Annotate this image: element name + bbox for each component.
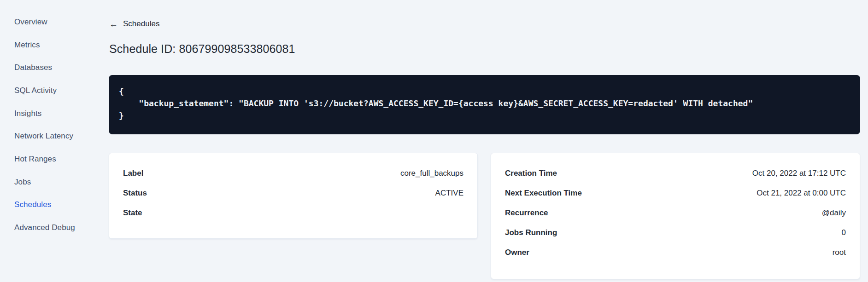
sidebar-item-list: Overview Metrics Databases SQL Activity … xyxy=(14,11,101,239)
row-value: Oct 21, 2022 at 0:00 UTC xyxy=(757,189,846,198)
row-label: Label xyxy=(123,169,143,178)
detail-row-state: State xyxy=(123,203,463,223)
back-link-label: Schedules xyxy=(123,19,159,29)
row-value: Oct 20, 2022 at 17:12 UTC xyxy=(752,169,846,178)
sidebar-item-insights[interactable]: Insights xyxy=(14,102,101,125)
row-value: @daily xyxy=(822,208,846,218)
detail-row-recurrence: Recurrence @daily xyxy=(505,203,846,223)
detail-row-jobs-running: Jobs Running 0 xyxy=(505,223,846,242)
sidebar-item-databases[interactable]: Databases xyxy=(14,56,101,79)
detail-row-next-execution-time: Next Execution Time Oct 21, 2022 at 0:00… xyxy=(505,183,846,203)
row-label: Owner xyxy=(505,248,529,257)
detail-row-status: Status ACTIVE xyxy=(123,183,463,203)
sidebar-item-jobs[interactable]: Jobs xyxy=(14,171,101,194)
row-label: Status xyxy=(123,189,147,198)
row-label: Jobs Running xyxy=(505,228,557,237)
page-title: Schedule ID: 806799098533806081 xyxy=(109,42,295,56)
schedule-timing-card: Creation Time Oct 20, 2022 at 17:12 UTC … xyxy=(491,153,860,279)
sidebar-item-schedules[interactable]: Schedules xyxy=(14,194,101,217)
back-to-schedules-link[interactable]: ← Schedules xyxy=(109,19,159,29)
row-value: 0 xyxy=(842,228,846,237)
backup-statement-code-block: { "backup_statement": "BACKUP INTO 's3:/… xyxy=(109,75,860,134)
sidebar-item-overview[interactable]: Overview xyxy=(14,11,101,34)
sidebar-nav: Overview Metrics Databases SQL Activity … xyxy=(0,0,101,282)
back-arrow-icon: ← xyxy=(109,20,118,29)
detail-row-creation-time: Creation Time Oct 20, 2022 at 17:12 UTC xyxy=(505,163,846,183)
sidebar-item-advanced-debug[interactable]: Advanced Debug xyxy=(14,216,101,239)
sidebar-item-metrics[interactable]: Metrics xyxy=(14,34,101,57)
schedule-details-card: Label core_full_backups Status ACTIVE St… xyxy=(109,153,478,239)
row-value: root xyxy=(833,248,846,257)
row-label: Next Execution Time xyxy=(505,189,582,198)
code-line: "backup_statement": "BACKUP INTO 's3://b… xyxy=(119,98,851,109)
sidebar-item-sql-activity[interactable]: SQL Activity xyxy=(14,79,101,102)
detail-row-label: Label core_full_backups xyxy=(123,163,463,183)
row-value: ACTIVE xyxy=(435,189,463,198)
sidebar-item-hot-ranges[interactable]: Hot Ranges xyxy=(14,148,101,171)
row-label: Recurrence xyxy=(505,208,548,218)
code-line: { xyxy=(119,86,851,98)
detail-row-owner: Owner root xyxy=(505,242,846,262)
sidebar-item-network-latency[interactable]: Network Latency xyxy=(14,125,101,148)
row-label: State xyxy=(123,208,142,218)
row-value: core_full_backups xyxy=(400,169,463,178)
code-line: } xyxy=(119,110,851,122)
row-label: Creation Time xyxy=(505,169,557,178)
